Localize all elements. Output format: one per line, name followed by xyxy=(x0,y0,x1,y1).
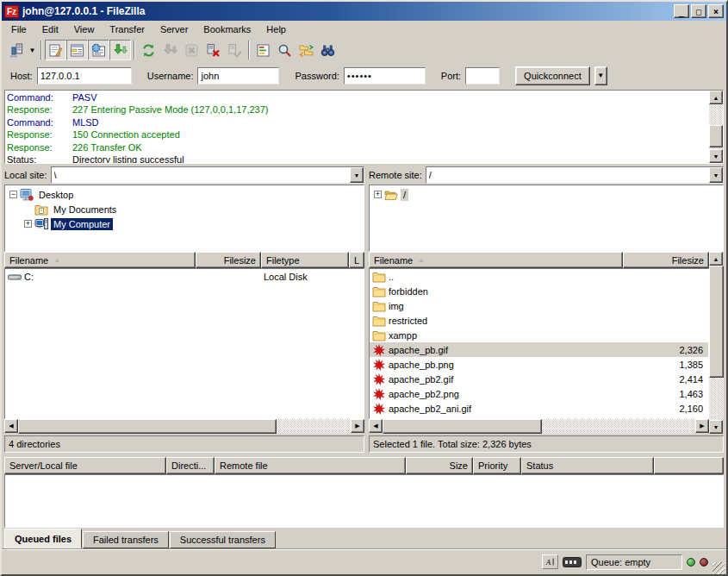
column-header-size[interactable]: Size xyxy=(406,457,473,474)
remote-file-row-forbidden[interactable]: forbidden xyxy=(370,284,708,298)
transfer-queue-list[interactable] xyxy=(4,474,724,528)
scrollbar-track[interactable] xyxy=(18,419,351,434)
speed-limits-icon[interactable] xyxy=(563,556,582,568)
cancel-operation-button[interactable] xyxy=(181,40,202,60)
remote-file-row-apache-pb2-png[interactable]: apache_pb2.png1,463 xyxy=(370,386,708,401)
collapse-icon[interactable]: − xyxy=(9,191,17,198)
tab-failed-transfers[interactable]: Failed transfers xyxy=(83,531,169,548)
remote-file-row-apache-pb2-gif[interactable]: apache_pb2.gif2,414 xyxy=(370,372,708,386)
username-input[interactable] xyxy=(197,67,279,85)
scroll-down-icon[interactable]: ▼ xyxy=(709,420,723,434)
file-search-button[interactable] xyxy=(274,40,296,60)
remote-path-dropdown-button[interactable]: ▼ xyxy=(709,167,723,183)
title-bar[interactable]: Fz john@127.0.0.1 - FileZilla _□× xyxy=(2,2,726,21)
disconnect-icon xyxy=(206,43,221,58)
column-header-filename[interactable]: Filename▲ xyxy=(4,252,196,268)
column-header-l[interactable]: L xyxy=(349,252,364,268)
menu-item-edit[interactable]: Edit xyxy=(34,22,66,37)
menu-item-bookmarks[interactable]: Bookmarks xyxy=(196,22,258,37)
remote-horizontal-scrollbar[interactable]: ◀ ▶ xyxy=(369,419,709,434)
port-input[interactable] xyxy=(465,67,500,85)
toggle-local-tree-button[interactable] xyxy=(66,40,88,60)
column-header-server-local-file[interactable]: Server/Local file xyxy=(4,457,166,474)
quickconnect-button[interactable]: Quickconnect xyxy=(515,66,590,85)
scroll-left-icon[interactable]: ◀ xyxy=(4,419,18,433)
scroll-down-icon[interactable]: ▼ xyxy=(709,149,723,163)
column-header-remote-file[interactable]: Remote file xyxy=(215,457,406,474)
toggle-queue-view-button[interactable] xyxy=(109,40,131,60)
scrollbar-thumb[interactable] xyxy=(709,266,724,378)
scrollbar-track[interactable] xyxy=(709,104,723,149)
menu-item-view[interactable]: View xyxy=(66,22,103,37)
synchronized-browsing-button[interactable] xyxy=(296,40,317,60)
host-input[interactable] xyxy=(37,67,132,85)
menu-item-transfer[interactable]: Transfer xyxy=(102,22,152,37)
remote-file-row-img[interactable]: img xyxy=(370,298,708,313)
scrollbar-thumb[interactable] xyxy=(18,419,277,434)
scroll-right-icon[interactable]: ▶ xyxy=(695,419,709,433)
column-header-priority[interactable]: Priority xyxy=(473,457,521,474)
column-header-[interactable] xyxy=(654,457,724,474)
scroll-left-icon[interactable]: ◀ xyxy=(369,419,383,433)
directory-comparison-button[interactable] xyxy=(317,40,339,60)
column-header-label: Filename xyxy=(374,255,413,266)
remote-file-row-restricted[interactable]: restricted xyxy=(370,313,708,328)
column-header-filesize[interactable]: Filesize xyxy=(196,252,261,268)
local-tree-item-desktop[interactable]: −Desktop xyxy=(5,187,364,202)
local-path-dropdown-button[interactable]: ▼ xyxy=(350,167,364,183)
transfer-type-ascii-icon[interactable]: A xyxy=(542,554,558,569)
quickconnect-dropdown-button[interactable]: ▼ xyxy=(594,66,607,85)
scroll-up-icon[interactable]: ▲ xyxy=(709,91,723,104)
local-file-row[interactable]: C:Local Disk xyxy=(5,269,364,284)
minimize-button[interactable]: _ xyxy=(674,4,689,18)
local-path-combo[interactable]: ▼ xyxy=(51,166,364,184)
remote-file-row-[interactable]: .. xyxy=(370,269,708,284)
maximize-button[interactable]: □ xyxy=(691,4,706,18)
toggle-remote-tree-button[interactable] xyxy=(88,40,109,60)
expand-icon[interactable]: + xyxy=(374,191,382,198)
tab-successful-transfers[interactable]: Successful transfers xyxy=(170,531,276,548)
expand-icon[interactable]: + xyxy=(24,220,32,228)
disconnect-button[interactable] xyxy=(202,40,224,60)
column-header-filename[interactable]: Filename▲ xyxy=(369,252,623,268)
column-header-status[interactable]: Status xyxy=(521,457,654,474)
site-manager-button-dropdown[interactable]: ▼ xyxy=(27,40,38,60)
local-horizontal-scrollbar[interactable]: ◀ ▶ xyxy=(4,419,364,434)
reconnect-button[interactable] xyxy=(224,40,246,60)
menu-item-server[interactable]: Server xyxy=(152,22,196,37)
scroll-up-icon[interactable]: ▲ xyxy=(709,252,723,266)
local-tree-item-my-computer[interactable]: +My Computer xyxy=(5,216,364,231)
scrollbar-track[interactable] xyxy=(383,419,695,434)
remote-file-row-apache-pb-png[interactable]: apache_pb.png1,385 xyxy=(370,357,708,372)
password-input[interactable] xyxy=(344,67,426,85)
remote-path-combo[interactable]: ▼ xyxy=(426,166,724,184)
message-log-scrollbar[interactable]: ▲ ▼ xyxy=(709,91,723,163)
file-name-cell: apache_pb2.gif xyxy=(370,373,622,386)
column-header-directi[interactable]: Directi... xyxy=(166,457,215,474)
remote-file-row-apache-pb2-ani-gif[interactable]: apache_pb2_ani.gif2,160 xyxy=(370,401,708,416)
close-button[interactable]: × xyxy=(708,4,724,18)
menu-item-help[interactable]: Help xyxy=(258,22,294,37)
filter-button[interactable] xyxy=(252,40,274,60)
process-queue-button[interactable] xyxy=(159,40,181,60)
scroll-right-icon[interactable]: ▶ xyxy=(351,419,364,433)
scrollbar-track[interactable] xyxy=(709,266,724,420)
remote-file-row-apache-pb-gif[interactable]: apache_pb.gif2,326 xyxy=(370,342,708,357)
remote-file-row-xampp[interactable]: xampp xyxy=(370,328,708,342)
tab-queued-files[interactable]: Queued files xyxy=(4,529,82,548)
local-tree-item-my-documents[interactable]: My Documents xyxy=(5,202,364,216)
toggle-message-log-button[interactable] xyxy=(45,40,66,60)
refresh-button[interactable] xyxy=(138,40,159,60)
resize-grip[interactable] xyxy=(712,562,725,574)
column-header-filesize[interactable]: Filesize xyxy=(623,252,709,268)
local-path-input[interactable] xyxy=(52,167,350,183)
scrollbar-thumb[interactable] xyxy=(709,125,723,147)
menu-item-file[interactable]: File xyxy=(3,22,34,37)
column-header-filetype[interactable]: Filetype xyxy=(261,252,349,268)
scrollbar-thumb[interactable] xyxy=(383,419,542,434)
remote-path-input[interactable] xyxy=(426,167,709,183)
remote-tree-item-[interactable]: +/ xyxy=(370,187,723,202)
remote-vertical-scrollbar[interactable]: ▲ ▼ xyxy=(709,252,724,434)
log-line-text: 227 Entering Passive Mode (127,0,0,1,17,… xyxy=(72,103,268,116)
site-manager-button[interactable] xyxy=(5,40,27,60)
